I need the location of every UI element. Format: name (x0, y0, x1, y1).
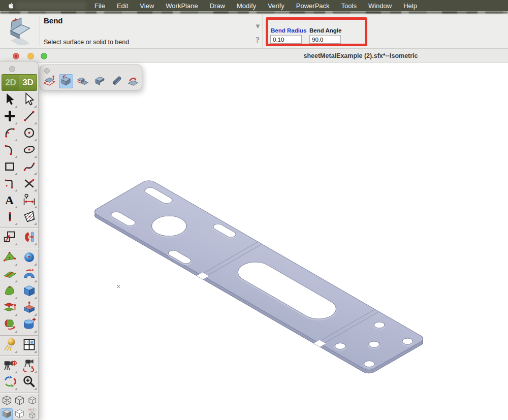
tool-row (0, 408, 39, 420)
apple-icon[interactable] (8, 2, 15, 10)
ellipse-icon (22, 142, 37, 159)
menu-workplane[interactable]: WorkPlane (166, 2, 198, 10)
viewports-tool[interactable] (21, 338, 37, 353)
tool-row (0, 395, 39, 408)
display-render-preview[interactable] (26, 408, 38, 420)
thick-line-tool[interactable] (2, 210, 18, 225)
snap-magnet-tool[interactable] (21, 230, 37, 246)
cube-preview-icon (26, 408, 38, 420)
tool-row (0, 142, 39, 159)
circle-icon (22, 125, 37, 142)
fold-tool[interactable] (92, 74, 107, 88)
menu-window[interactable]: Window (368, 2, 392, 10)
circle-tool[interactable] (21, 126, 37, 142)
sphere-tool[interactable] (21, 250, 37, 266)
boolean-tool[interactable] (21, 317, 37, 333)
hatch-icon (22, 209, 37, 226)
cube-solid-tool[interactable] (21, 284, 37, 300)
bend-radius-input[interactable] (270, 35, 302, 44)
menu-help[interactable]: Help (403, 2, 417, 10)
sheet-from-profile-tool[interactable] (42, 74, 56, 88)
display-wireframe-alt[interactable] (26, 395, 38, 407)
palette-divider (0, 354, 39, 358)
plane-surface-tool[interactable] (2, 267, 18, 283)
palette-divider (0, 226, 39, 230)
select-open-tool[interactable] (21, 92, 37, 108)
arrow-open-icon (22, 92, 37, 109)
menu-verify[interactable]: Verify (268, 2, 284, 10)
help-icon[interactable]: ? (256, 36, 260, 45)
transform-tool[interactable] (2, 230, 18, 246)
desktop-wallpaper-strip (0, 11, 508, 14)
corner-line-tool[interactable] (2, 176, 18, 192)
surface-tool[interactable] (2, 250, 18, 266)
loft-tool[interactable] (2, 301, 18, 316)
tool-prompt: Select surface or solid to bend (44, 39, 129, 46)
display-shaded[interactable] (1, 408, 13, 420)
bend-angle-input[interactable] (309, 35, 341, 44)
camera-tripod-icon (3, 358, 17, 374)
select-tool[interactable] (2, 92, 18, 108)
render-sphere-icon (3, 337, 17, 354)
toggle-2d[interactable]: 2D (2, 75, 19, 90)
point-tool[interactable] (2, 109, 18, 125)
menu-tools[interactable]: Tools (341, 2, 357, 10)
toggle-3d[interactable]: 3D (19, 75, 37, 90)
tool-row (0, 125, 39, 142)
menu-bar: FileEditViewWorkPlaneDrawModifyVerifyPow… (0, 0, 508, 11)
cube-hidden-icon (14, 408, 25, 420)
tool-row: A (0, 192, 39, 209)
menu-powerpack[interactable]: PowerPack (296, 2, 330, 10)
zoom-window-button[interactable] (41, 53, 47, 59)
model-canvas[interactable]: × (0, 63, 508, 420)
sphere-blue-icon (22, 250, 37, 267)
display-hidden-line[interactable] (13, 408, 25, 420)
shell-surface-tool[interactable] (2, 284, 18, 300)
display-wireframe[interactable] (13, 395, 25, 407)
walkthrough-tool[interactable] (21, 358, 37, 374)
bend-tool[interactable] (59, 74, 73, 88)
palette-close-icon[interactable] (9, 66, 15, 72)
rotate-view-tool[interactable] (2, 375, 18, 391)
close-window-button[interactable] (13, 53, 19, 59)
tool-row (0, 230, 39, 246)
revolve-tool[interactable] (2, 317, 18, 333)
dimension-tool[interactable] (21, 193, 37, 209)
sm-unbend-icon (126, 74, 140, 89)
snap-cursor-marker: × (116, 282, 120, 290)
render-tool[interactable] (2, 338, 18, 353)
document-titlebar: sheetMetalExample (2).sfx*--Isometric (0, 49, 508, 63)
cube-wire-icon (14, 395, 25, 408)
trim-tool[interactable] (21, 176, 37, 192)
sheet-metal-tools (42, 74, 140, 88)
hatch-tool[interactable] (21, 210, 37, 225)
palette-divider (0, 334, 39, 337)
extrude-tool[interactable] (21, 301, 37, 316)
text-tool[interactable]: A (2, 193, 18, 209)
bend-solid-tool[interactable] (21, 267, 37, 283)
menu-view[interactable]: View (140, 2, 154, 10)
menu-modify[interactable]: Modify (237, 2, 256, 10)
curve-tool[interactable] (2, 143, 18, 158)
zoom-tool[interactable] (21, 375, 37, 391)
disclosure-triangle-icon[interactable]: ▼ (255, 22, 261, 30)
menu-file[interactable]: File (94, 2, 105, 10)
spline-tool[interactable] (21, 159, 37, 175)
toolbar-close-icon[interactable] (44, 68, 50, 74)
minimize-window-button[interactable] (27, 53, 34, 59)
sm-flat-icon (110, 74, 123, 89)
menu-edit[interactable]: Edit (117, 2, 128, 10)
rectangle-tool[interactable] (2, 159, 18, 175)
line-tool[interactable] (21, 109, 37, 125)
transform-copy-icon (3, 230, 17, 246)
arc-tool[interactable] (2, 126, 18, 142)
arrow-filled-icon (3, 92, 17, 109)
joggle-tool[interactable] (76, 74, 90, 88)
display-wireframe-all[interactable] (1, 395, 13, 407)
dimension-icon (22, 192, 37, 209)
camera-tool[interactable] (2, 358, 18, 374)
flat-stock-tool[interactable] (109, 74, 123, 88)
menu-draw[interactable]: Draw (210, 2, 225, 10)
unbend-tool[interactable] (126, 74, 140, 88)
ellipse-tool[interactable] (21, 143, 37, 158)
